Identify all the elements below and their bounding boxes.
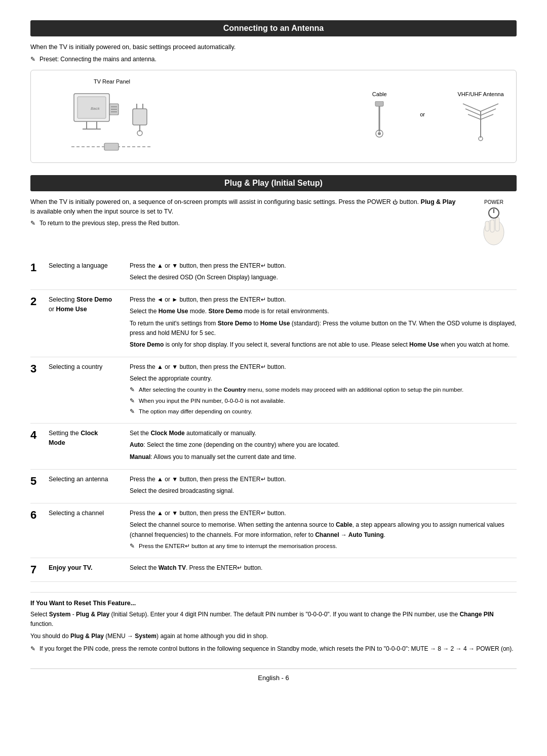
plug-play-section: Plug & Play (Initial Setup) When the TV … (30, 175, 517, 582)
return-note: To return to the previous step, press th… (30, 219, 461, 228)
step-title-6: Selecting a channel (49, 503, 130, 558)
step-desc-4: Set the Clock Mode automatically or manu… (130, 424, 517, 470)
or-label: or (420, 111, 425, 117)
step-title-2: Selecting Store Demoor Home Use (49, 290, 130, 357)
step-num-3: 3 (30, 357, 49, 424)
antenna-preset-note: Preset: Connecting the mains and antenna… (30, 55, 517, 64)
step-desc-5: Press the ▲ or ▼ button, then press the … (130, 469, 517, 503)
step-desc-7: Select the Watch TV. Press the ENTER↵ bu… (130, 558, 517, 581)
step-row-3: 3 Selecting a country Press the ▲ or ▼ b… (30, 357, 517, 424)
tv-rear-panel-area: TV Rear Panel (41, 78, 183, 154)
svg-rect-31 (490, 220, 494, 232)
step-row-5: 5 Selecting an antenna Press the ▲ or ▼ … (30, 469, 517, 503)
step-desc-3: Press the ▲ or ▼ button, then press the … (130, 357, 517, 424)
power-label: POWER (471, 199, 517, 205)
tv-panel-label: TV Rear Panel (94, 78, 130, 85)
step-row-1: 1 Selecting a language Press the ▲ or ▼ … (30, 256, 517, 290)
svg-rect-10 (133, 109, 147, 125)
footer: English - 6 (30, 668, 517, 682)
step-num-4: 4 (30, 424, 49, 470)
step-num-7: 7 (30, 558, 49, 581)
step-title-1: Selecting a language (49, 256, 130, 290)
tv-rear-panel-icon: Back (71, 89, 122, 144)
svg-point-20 (378, 132, 381, 135)
antenna-diagram: TV Rear Panel (30, 70, 517, 163)
cable-icon (369, 101, 389, 142)
reset-line-3: If you forget the PIN code, press the re… (30, 644, 517, 653)
plug-play-intro: When the TV is initially powered on, a s… (30, 197, 461, 217)
steps-table: 1 Selecting a language Press the ▲ or ▼ … (30, 256, 517, 582)
step-num-5: 5 (30, 469, 49, 503)
footer-text: English - 6 (258, 674, 289, 682)
cable-antenna-area: Cable or VHF/UHF Antenna (369, 91, 506, 142)
step-row-2: 2 Selecting Store Demoor Home Use Press … (30, 290, 517, 357)
svg-line-26 (468, 114, 481, 119)
svg-text:Back: Back (91, 106, 100, 111)
antenna-intro: When the TV is initially powered on, bas… (30, 43, 517, 52)
step-row-4: 4 Setting the ClockMode Set the Clock Mo… (30, 424, 517, 470)
svg-line-22 (463, 104, 481, 111)
step-num-1: 1 (30, 256, 49, 290)
cable-area: Cable (369, 91, 389, 142)
cable-label: Cable (372, 91, 387, 97)
step-desc-1: Press the ▲ or ▼ button, then press the … (130, 256, 517, 290)
svg-line-27 (481, 114, 493, 119)
step-desc-6: Press the ▲ or ▼ button, then press the … (130, 503, 517, 558)
step-row-7: 7 Enjoy your TV. Select the Watch TV. Pr… (30, 558, 517, 581)
cable-connector-svg (71, 139, 173, 154)
step-num-2: 2 (30, 290, 49, 357)
svg-rect-33 (485, 221, 489, 231)
svg-line-25 (481, 109, 496, 115)
plug-play-title: Plug & Play (Initial Setup) (30, 175, 517, 191)
step-title-7: Enjoy your TV. (49, 558, 130, 581)
step-title-5: Selecting an antenna (49, 469, 130, 503)
reset-line-1: Select System - Plug & Play (Initial Set… (30, 610, 517, 629)
vhf-antenna-area: VHF/UHF Antenna (455, 91, 506, 142)
vhf-label: VHF/UHF Antenna (457, 91, 503, 97)
svg-rect-17 (375, 101, 383, 106)
vhf-antenna-icon (455, 101, 506, 142)
antenna-title: Connecting to an Antenna (30, 20, 517, 36)
step-desc-2: Press the ◄ or ► button, then press the … (130, 290, 517, 357)
step-row-6: 6 Selecting a channel Press the ▲ or ▼ b… (30, 503, 517, 558)
step-title-4: Setting the ClockMode (49, 424, 130, 470)
svg-line-23 (481, 104, 498, 111)
step-num-6: 6 (30, 503, 49, 558)
power-illustration: POWER (471, 197, 517, 249)
antenna-section: Connecting to an Antenna When the TV is … (30, 20, 517, 163)
reset-section: If You Want to Reset This Feature... Sel… (30, 592, 517, 653)
power-hand-icon (476, 207, 512, 247)
power-plug-icon (130, 89, 153, 144)
svg-rect-32 (495, 217, 499, 231)
svg-line-24 (465, 109, 481, 115)
step-title-3: Selecting a country (49, 357, 130, 424)
svg-rect-16 (104, 143, 119, 150)
reset-line-2: You should do Plug & Play (MENU → System… (30, 632, 517, 641)
reset-title: If You Want to Reset This Feature... (30, 600, 517, 607)
